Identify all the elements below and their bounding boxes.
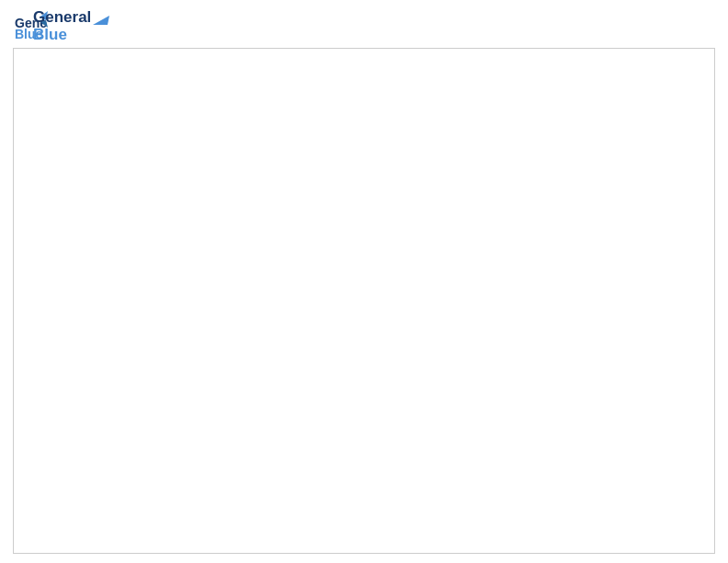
logo-blue: Blue bbox=[33, 27, 109, 44]
header: General Blue General Blue bbox=[13, 9, 715, 44]
logo: General Blue General Blue bbox=[13, 9, 109, 44]
page: General Blue General Blue bbox=[0, 0, 728, 563]
svg-marker-4 bbox=[93, 16, 109, 25]
calendar bbox=[13, 48, 715, 554]
logo-text: General bbox=[33, 9, 109, 27]
calendar-body bbox=[14, 49, 714, 553]
